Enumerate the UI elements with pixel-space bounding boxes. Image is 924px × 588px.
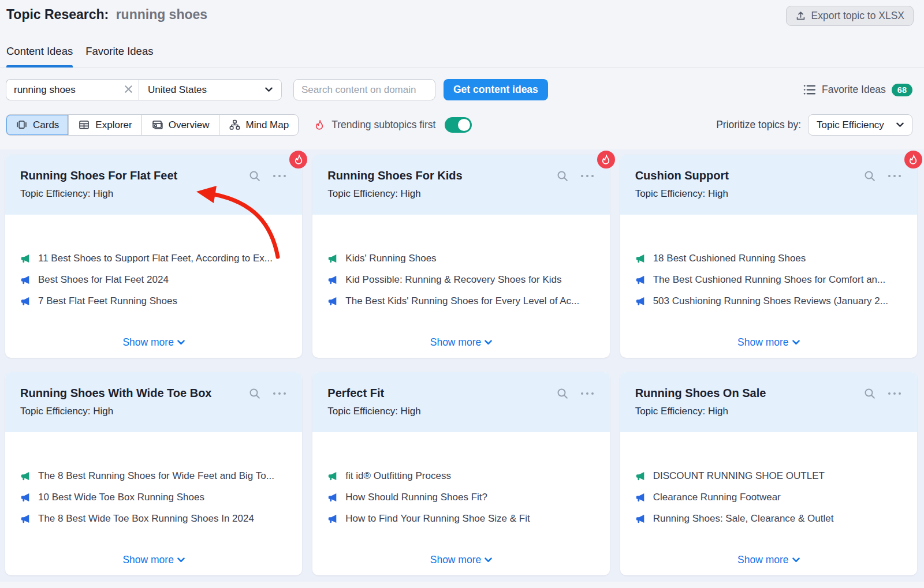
more-options-icon[interactable] [272, 392, 287, 395]
show-more-link[interactable]: Show more [737, 554, 800, 566]
headline-item[interactable]: DISCOUNT RUNNING SHOE OUTLET [635, 470, 902, 482]
headline-item[interactable]: Kid Possible: Running & Recovery Shoes f… [327, 274, 594, 286]
headline-text: 10 Best Wide Toe Box Running Shoes [38, 492, 204, 503]
search-icon[interactable] [556, 387, 569, 400]
topic-efficiency: Topic Efficiency: High [20, 188, 287, 200]
megaphone-icon [327, 296, 338, 306]
cards-section: Running Shoes For Flat Feet Topic Effici… [0, 149, 924, 582]
get-content-ideas-button[interactable]: Get content ideas [444, 79, 548, 100]
domain-search-input[interactable] [293, 79, 435, 100]
headline-text: fit id® Outfitting Process [345, 470, 451, 482]
headline-item[interactable]: 11 Best Shoes to Support Flat Feet, Acco… [20, 253, 287, 264]
headline-item[interactable]: The Best Cushioned Running Shoes for Com… [635, 274, 902, 286]
topic-research-page: Topic Research: running shoes Export top… [0, 0, 924, 582]
show-more-link[interactable]: Show more [122, 554, 185, 566]
toggle-knob [458, 119, 470, 131]
more-options-icon[interactable] [887, 174, 902, 178]
view-tab-mindmap[interactable]: Mind Map [219, 115, 299, 135]
megaphone-icon [635, 471, 646, 481]
show-more-label: Show more [737, 554, 789, 566]
headline-item[interactable]: The 8 Best Wide Toe Box Running Shoes In… [20, 513, 287, 525]
show-more-label: Show more [122, 336, 174, 349]
headline-item[interactable]: Best Shoes for Flat Feet 2024 [20, 274, 287, 286]
megaphone-icon [20, 296, 31, 306]
more-options-icon[interactable] [272, 174, 287, 178]
headline-item[interactable]: Clearance Running Footwear [635, 492, 902, 503]
headline-item[interactable]: Running Shoes: Sale, Clearance & Outlet [635, 513, 902, 525]
megaphone-icon [20, 253, 31, 264]
view-tab-explorer[interactable]: Explorer [68, 115, 141, 135]
headline-item[interactable]: 503 Cushioning Running Shoes Reviews (Ja… [635, 295, 902, 307]
prioritize-select[interactable]: Topic Efficiency [808, 114, 912, 136]
headline-item[interactable]: The Best Kids' Running Shoes for Every L… [327, 295, 594, 307]
view-tab-mindmap-label: Mind Map [246, 119, 289, 131]
favorite-ideas-link[interactable]: Favorite Ideas 68 [803, 83, 912, 96]
favorite-ideas-count-badge: 68 [892, 84, 912, 96]
export-button[interactable]: Export topic to XLSX [786, 6, 914, 26]
megaphone-icon [635, 514, 646, 524]
view-tab-overview[interactable]: Overview [141, 115, 219, 135]
show-more-link[interactable]: Show more [122, 336, 185, 349]
card-title: Cushion Support [635, 169, 856, 182]
country-select[interactable]: United States [139, 79, 282, 100]
search-icon[interactable] [248, 170, 261, 182]
headline-item[interactable]: 7 Best Flat Feet Running Shoes [20, 295, 287, 307]
card-header: Running Shoes With Wide Toe Box Topic Ef… [5, 372, 302, 432]
view-toolbar: Cards Explorer [0, 114, 924, 136]
clear-keyword-icon[interactable] [125, 85, 132, 93]
topic-card: Running Shoes With Wide Toe Box Topic Ef… [5, 372, 302, 575]
headline-text: 7 Best Flat Feet Running Shoes [38, 295, 177, 307]
headline-text: 11 Best Shoes to Support Flat Feet, Acco… [38, 253, 273, 264]
table-icon [78, 119, 90, 131]
headline-item[interactable]: 18 Best Cushioned Running Shoes [635, 253, 902, 264]
headline-item[interactable]: How Should Running Shoes Fit? [327, 492, 594, 503]
headline-text: Clearance Running Footwear [653, 492, 781, 503]
card-header: Perfect Fit Topic Efficiency: High [312, 372, 609, 432]
card-title: Running Shoes For Flat Feet [20, 169, 241, 182]
more-options-icon[interactable] [580, 174, 595, 178]
headline-text: How to Find Your Running Shoe Size & Fit [345, 513, 530, 525]
topic-efficiency: Topic Efficiency: High [635, 188, 902, 200]
megaphone-icon [20, 275, 31, 285]
search-icon[interactable] [863, 170, 876, 182]
trending-badge-icon [904, 151, 922, 168]
search-icon[interactable] [556, 170, 569, 182]
headline-item[interactable]: fit id® Outfitting Process [327, 470, 594, 482]
megaphone-icon [327, 471, 338, 481]
keyword-country-group: United States [6, 79, 282, 100]
headline-item[interactable]: The 8 Best Running Shoes for Wide Feet a… [20, 470, 287, 482]
list-icon [803, 83, 816, 96]
keyword-input[interactable] [6, 84, 139, 96]
view-switcher: Cards Explorer [6, 114, 299, 136]
tab-content-ideas[interactable]: Content Ideas [6, 45, 73, 67]
search-icon[interactable] [248, 387, 261, 400]
show-more-link[interactable]: Show more [737, 336, 800, 349]
more-options-icon[interactable] [887, 392, 902, 395]
prioritize-label: Prioritize topics by: [716, 119, 801, 131]
export-button-label: Export topic to XLSX [811, 10, 904, 22]
chevron-down-icon [177, 557, 185, 563]
topic-efficiency: Topic Efficiency: High [20, 406, 287, 417]
more-options-icon[interactable] [580, 392, 595, 395]
headline-item[interactable]: How to Find Your Running Shoe Size & Fit [327, 513, 594, 525]
favorite-ideas-label: Favorite Ideas [822, 84, 886, 96]
megaphone-icon [635, 253, 646, 264]
show-more-label: Show more [430, 336, 482, 349]
trending-toggle[interactable] [445, 117, 472, 133]
trending-badge-icon [597, 151, 615, 168]
show-more-link[interactable]: Show more [430, 336, 493, 349]
show-more-link[interactable]: Show more [430, 554, 493, 566]
headline-text: DISCOUNT RUNNING SHOE OUTLET [653, 470, 825, 482]
tab-favorite-ideas[interactable]: Favorite Ideas [85, 45, 153, 67]
view-tab-cards[interactable]: Cards [6, 115, 68, 135]
country-select-value: United States [148, 84, 207, 96]
trending-badge-icon [289, 151, 307, 168]
search-icon[interactable] [863, 387, 876, 400]
card-title: Running Shoes On Sale [635, 387, 856, 400]
chevron-down-icon [896, 122, 904, 128]
topic-efficiency: Topic Efficiency: High [635, 406, 902, 417]
headline-item[interactable]: Kids' Running Shoes [327, 253, 594, 264]
topic-card: Running Shoes For Flat Feet Topic Effici… [5, 155, 302, 358]
view-tab-overview-label: Overview [169, 119, 210, 131]
headline-item[interactable]: 10 Best Wide Toe Box Running Shoes [20, 492, 287, 503]
